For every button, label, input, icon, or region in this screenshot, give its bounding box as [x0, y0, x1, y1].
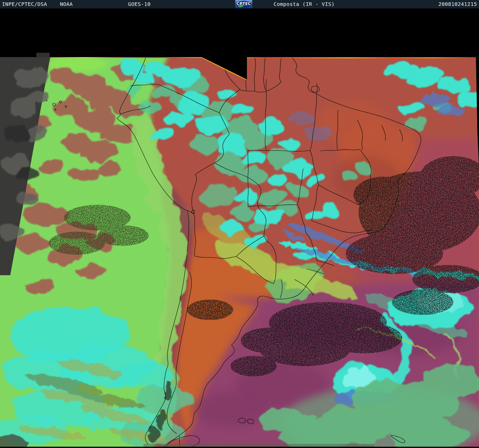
gray-edge-notch	[36, 53, 50, 57]
bottom-black-edge	[0, 447, 479, 448]
agency-label: INPE/CPTEC/DSA	[2, 1, 47, 7]
product-name-label: Composta (IR - VIS)	[274, 1, 335, 7]
header-bar: INPE/CPTEC/DSA NOAA GOES-10 Composta (IR…	[0, 0, 479, 8]
satellite-name-label: GOES-10	[128, 1, 151, 7]
satellite-composite-image	[0, 0, 479, 448]
timestamp-label: 200810241215	[439, 1, 477, 7]
bottom-gray-strip	[143, 444, 374, 447]
satellite-product-window: INPE/CPTEC/DSA NOAA GOES-10 Composta (IR…	[0, 0, 479, 448]
satellite-data-region	[0, 54, 479, 448]
noaa-label: NOAA	[60, 1, 73, 7]
cptec-logo-text: CPTEC	[235, 2, 252, 6]
grain-overlay	[0, 57, 479, 448]
cptec-logo: CPTEC	[235, 0, 252, 8]
